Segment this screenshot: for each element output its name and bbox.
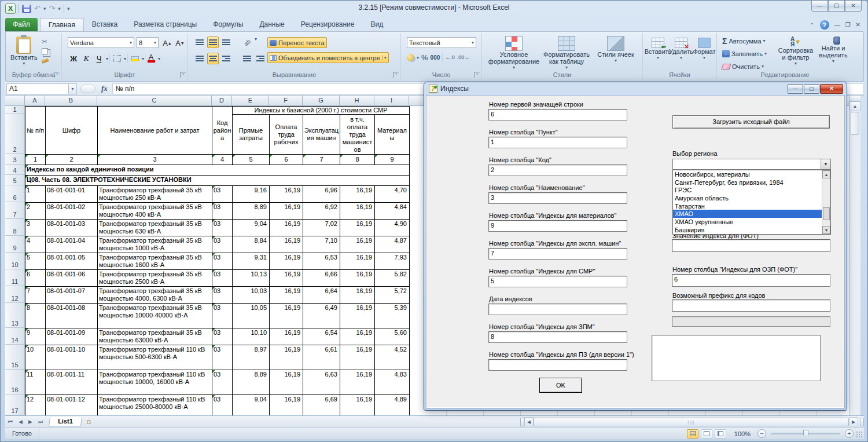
- cut-icon[interactable]: ✂: [42, 38, 49, 46]
- cell-value[interactable]: 16,19: [270, 370, 303, 395]
- cell-value[interactable]: 8,97: [233, 345, 270, 370]
- cell-region[interactable]: 03: [212, 186, 233, 203]
- cell-name[interactable]: Трансформатор трехфазный 35 кВ мощностью…: [98, 287, 212, 304]
- workbook-close-icon[interactable]: ✕: [856, 21, 860, 29]
- insert-worksheet-icon[interactable]: 🗋: [82, 419, 97, 425]
- cell-value[interactable]: 16,19: [340, 203, 375, 220]
- row-header-7[interactable]: 7: [5, 202, 25, 219]
- page-layout-view-button[interactable]: [701, 429, 712, 439]
- cell-name[interactable]: Трансформатор трехфазный 35 кВ мощностью…: [98, 270, 212, 287]
- banner-cell[interactable]: Индексы к базисной (2000 г.) стоимости С…: [233, 107, 410, 115]
- decrease-indent-icon[interactable]: [241, 53, 253, 64]
- split-handle[interactable]: [849, 96, 860, 101]
- cell-index[interactable]: 12: [25, 395, 46, 415]
- cell-code[interactable]: 08-01-001-12: [46, 395, 98, 415]
- cell-value[interactable]: 5,82: [375, 270, 410, 287]
- cell-value[interactable]: 16,19: [340, 287, 375, 304]
- cell-value[interactable]: 4,90: [375, 220, 410, 236]
- fill-color-button[interactable]: [129, 53, 141, 64]
- conditional-formatting-button[interactable]: Условное форматирование▾: [489, 36, 539, 70]
- close-button[interactable]: ✕: [845, 1, 862, 12]
- cell-value[interactable]: 16,19: [340, 395, 375, 415]
- cell-value[interactable]: 9,04: [233, 220, 270, 236]
- merge-dropdown-icon[interactable]: ▾: [382, 55, 387, 60]
- region-option[interactable]: Новосибирск, материалы: [673, 170, 822, 178]
- cell-code[interactable]: 08-01-001-06: [46, 270, 98, 287]
- cell-value[interactable]: 16,19: [270, 287, 303, 304]
- cell-region[interactable]: 03: [212, 270, 233, 287]
- cell-value[interactable]: 16,19: [340, 304, 375, 328]
- cell-value[interactable]: 6,54: [303, 328, 340, 345]
- cell-name[interactable]: Трансформатор трехфазный 35 кВ мощностью…: [98, 236, 212, 253]
- numbering-cell[interactable]: 3: [98, 155, 212, 165]
- cell-code[interactable]: 08-01-001-10: [46, 345, 98, 370]
- cell-value[interactable]: 4,89: [375, 395, 410, 415]
- region-scroll-thumb[interactable]: [823, 207, 830, 220]
- orientation-icon[interactable]: ab: [239, 34, 255, 50]
- cell-region[interactable]: 03: [212, 253, 233, 270]
- row-header-1[interactable]: 1: [5, 106, 25, 114]
- number-dialog-launcher[interactable]: [474, 72, 480, 78]
- cell-name[interactable]: Трансформатор трехфазный 110 кВ мощность…: [98, 345, 212, 370]
- header-cell[interactable]: Эксплуатация машин: [303, 115, 340, 155]
- insert-cells-button[interactable]: ⬅ Вставить▾: [646, 38, 670, 60]
- prev-sheet-icon[interactable]: ◀: [16, 419, 25, 425]
- cell-value[interactable]: 8,84: [233, 236, 270, 253]
- zoom-slider-handle[interactable]: [803, 430, 808, 437]
- dialog-minimize-button[interactable]: —: [788, 84, 803, 94]
- zoom-level[interactable]: 100%: [734, 430, 751, 437]
- tab-вид[interactable]: Вид: [362, 18, 391, 31]
- cell-value[interactable]: 10,13: [233, 270, 270, 287]
- format-as-table-button[interactable]: Форматировать как таблицу▾: [540, 36, 593, 70]
- tab-рецензирование[interactable]: Рецензирование: [293, 18, 363, 31]
- row-header-6[interactable]: 6: [5, 185, 25, 202]
- numbering-cell[interactable]: 6: [270, 155, 303, 165]
- cell-value[interactable]: 6,63: [303, 370, 340, 395]
- page-break-view-button[interactable]: [715, 429, 726, 439]
- cell-index[interactable]: 6: [25, 270, 46, 287]
- scroll-up-icon[interactable]: ▲: [849, 101, 860, 111]
- dialog-field-input[interactable]: 1: [488, 137, 627, 148]
- increase-indent-icon[interactable]: [255, 53, 266, 64]
- column-header-A[interactable]: A: [25, 96, 45, 106]
- clear-button[interactable]: Очистить▾: [720, 61, 766, 72]
- underline-dropdown-icon[interactable]: ▾: [106, 56, 108, 61]
- alignment-dialog-launcher[interactable]: [393, 72, 399, 78]
- dialog-field-input[interactable]: 2: [488, 165, 627, 176]
- cell-code[interactable]: 08-01-001-01: [46, 186, 98, 203]
- cell-value[interactable]: 16,19: [270, 395, 303, 415]
- cell-value[interactable]: 16,19: [270, 220, 303, 236]
- cell-value[interactable]: 10,03: [233, 287, 270, 304]
- cell-value[interactable]: 16,19: [340, 253, 375, 270]
- section-row-1[interactable]: Индексы по каждой единичной позиции: [25, 165, 410, 176]
- maximize-button[interactable]: ▢: [828, 1, 845, 12]
- ozp-fot-column-input[interactable]: 6: [672, 274, 830, 287]
- resize-grip[interactable]: [856, 431, 863, 438]
- cell-region[interactable]: 03: [212, 345, 233, 370]
- vertical-scrollbar[interactable]: ▲: [849, 96, 860, 415]
- minimize-button[interactable]: —: [811, 1, 828, 12]
- header-cell[interactable]: Шифр: [46, 107, 98, 155]
- format-painter-icon[interactable]: [41, 58, 49, 64]
- cell-value[interactable]: 16,19: [340, 236, 375, 253]
- tab-split-handle[interactable]: [520, 418, 524, 426]
- cell-value[interactable]: 16,19: [340, 345, 375, 370]
- cell-value[interactable]: 16,19: [270, 328, 303, 345]
- underline-button[interactable]: Ч: [93, 53, 105, 64]
- cell-value[interactable]: 4,52: [375, 345, 410, 370]
- fill-button[interactable]: ↓Заполнить▾: [720, 48, 768, 59]
- cell-code[interactable]: 08-01-001-09: [46, 328, 98, 345]
- font-dialog-launcher[interactable]: [180, 72, 186, 78]
- borders-dropdown-icon[interactable]: ▾: [124, 56, 126, 61]
- cell-value[interactable]: 6,64: [303, 287, 340, 304]
- tab-данные[interactable]: Данные: [251, 18, 292, 31]
- region-scroll-down-icon[interactable]: ▼: [822, 226, 830, 234]
- cell-value[interactable]: 4,84: [375, 203, 410, 220]
- cell-value[interactable]: 9,31: [233, 253, 270, 270]
- header-cell[interactable]: Прямые затраты: [233, 115, 270, 155]
- header-cell[interactable]: в т.ч. оплата труда машинистов: [340, 115, 375, 155]
- cell-value[interactable]: 16,19: [270, 186, 303, 203]
- zoom-out-button[interactable]: −: [757, 429, 766, 438]
- cell-value[interactable]: 16,19: [270, 270, 303, 287]
- cell-value[interactable]: 6,53: [303, 253, 340, 270]
